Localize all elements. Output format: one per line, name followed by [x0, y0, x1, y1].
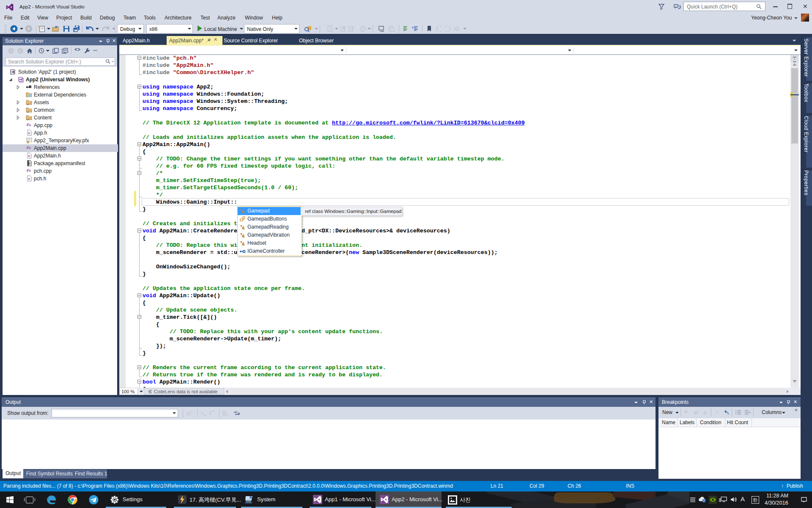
- svg-text:h: h: [28, 154, 30, 158]
- svg-text:++: ++: [26, 168, 31, 173]
- svg-text:+: +: [20, 77, 22, 81]
- svg-text:ab: ab: [234, 410, 238, 414]
- svg-text:h: h: [28, 177, 30, 181]
- svg-text:h: h: [28, 131, 30, 135]
- svg-text:++: ++: [26, 146, 31, 150]
- svg-text:++: ++: [26, 123, 31, 127]
